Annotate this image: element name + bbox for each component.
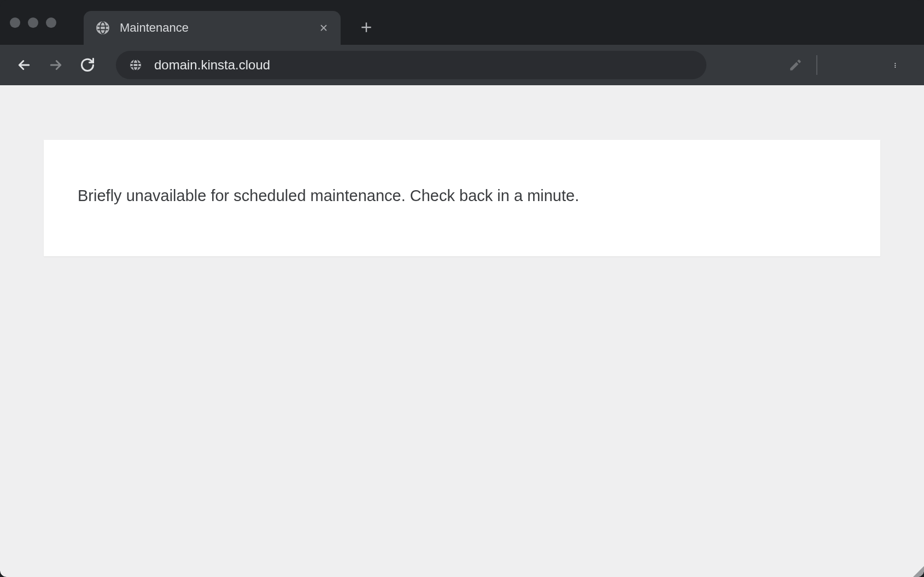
site-info-icon[interactable] bbox=[129, 58, 142, 72]
tab-title: Maintenance bbox=[120, 21, 317, 35]
toolbar-divider bbox=[816, 55, 817, 75]
svg-point-8 bbox=[894, 67, 896, 68]
back-button[interactable] bbox=[11, 52, 37, 78]
globe-icon bbox=[96, 21, 110, 35]
svg-point-6 bbox=[894, 63, 896, 64]
browser-toolbar bbox=[0, 45, 924, 85]
window-close-button[interactable] bbox=[10, 17, 20, 28]
browser-menu-button[interactable] bbox=[886, 54, 908, 76]
tab-bar: Maintenance bbox=[0, 0, 924, 45]
svg-point-4 bbox=[130, 60, 141, 70]
new-tab-button[interactable] bbox=[356, 17, 377, 38]
svg-point-2 bbox=[97, 22, 109, 34]
maintenance-card: Briefly unavailable for scheduled mainte… bbox=[44, 140, 880, 256]
window-maximize-button[interactable] bbox=[46, 17, 56, 28]
window-minimize-button[interactable] bbox=[28, 17, 38, 28]
browser-window: Maintenance bbox=[0, 0, 924, 577]
tab-close-button[interactable] bbox=[317, 21, 331, 35]
reload-button[interactable] bbox=[74, 52, 101, 78]
address-bar[interactable] bbox=[116, 51, 706, 79]
page-content: Briefly unavailable for scheduled mainte… bbox=[0, 85, 924, 577]
svg-point-7 bbox=[894, 65, 896, 66]
resize-handle-icon bbox=[913, 566, 924, 577]
maintenance-message: Briefly unavailable for scheduled mainte… bbox=[78, 185, 846, 207]
edit-icon[interactable] bbox=[785, 54, 806, 76]
window-controls bbox=[10, 17, 56, 28]
browser-tab[interactable]: Maintenance bbox=[84, 11, 341, 45]
forward-button[interactable] bbox=[43, 52, 69, 78]
toolbar-right bbox=[785, 54, 817, 76]
url-input[interactable] bbox=[154, 57, 693, 73]
